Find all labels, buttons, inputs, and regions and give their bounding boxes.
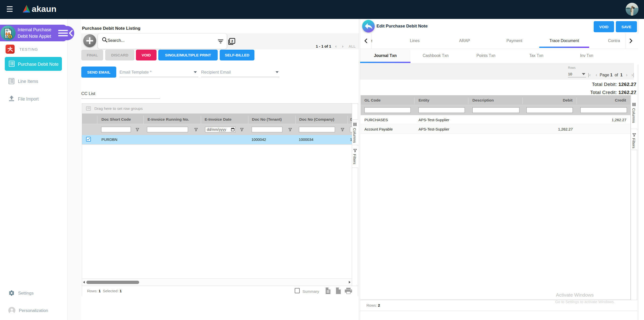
- svg-text:2: 2: [231, 39, 233, 43]
- svg-text:$: $: [9, 35, 11, 39]
